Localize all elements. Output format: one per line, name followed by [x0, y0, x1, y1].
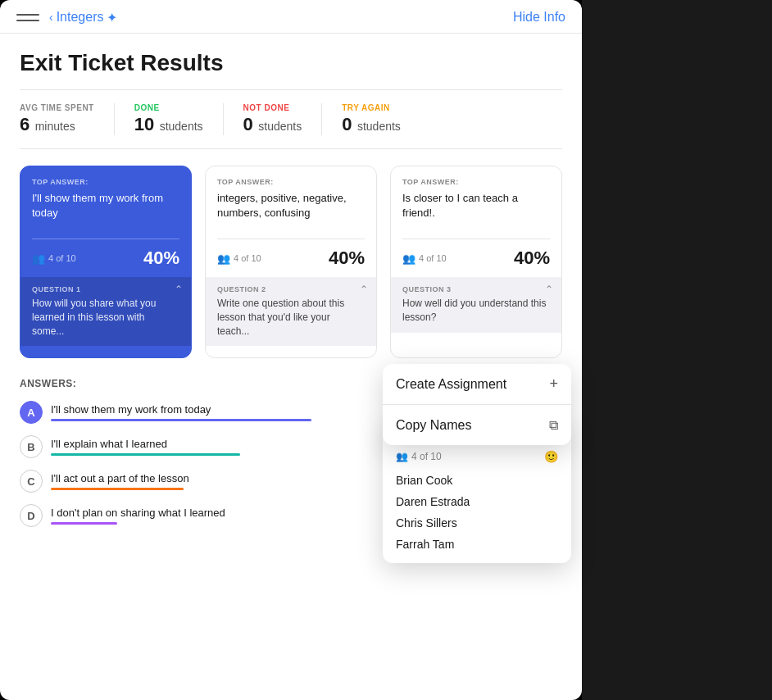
q-text-3: How well did you understand this lesson? [402, 297, 550, 325]
not-done-unit: students [258, 120, 302, 133]
stat-avg-time: AVG TIME SPENT 6 minutes [20, 103, 115, 135]
try-again-label: TRY AGAIN [342, 103, 401, 112]
student-name-1: Brian Cook [383, 470, 571, 491]
create-assignment-button[interactable]: Create Assignment [383, 364, 571, 404]
q-card-bottom-1: ⌃ QUESTION 1 How will you share what you… [20, 277, 191, 346]
q-text-1: How will you share what you learned in t… [32, 297, 179, 338]
q-card-top-2: TOP ANSWER: integers, positive, negative… [206, 166, 376, 239]
done-value: 10 [134, 114, 154, 134]
back-chevron-icon: ‹ [49, 11, 53, 24]
chevron-up-icon-3: ⌃ [545, 284, 553, 295]
people-icon-2: 👥 [217, 252, 230, 265]
divider-1 [20, 89, 562, 90]
people-icon-3: 👥 [402, 252, 416, 265]
try-again-value-row: 0 students [342, 114, 401, 135]
avg-time-value: 6 [20, 114, 30, 134]
page-title: Exit Ticket Results [20, 50, 562, 76]
top-answer-text-1: I'll show them my work from today [32, 191, 179, 230]
not-done-label: NOT DONE [243, 103, 302, 112]
students-count-left: 👥 4 of 10 [396, 451, 442, 462]
smile-icon: 🙂 [544, 450, 558, 463]
top-answer-text-3: Is closer to I can teach a friend!. [402, 191, 550, 230]
divider-2 [20, 148, 562, 149]
breadcrumb[interactable]: ‹ Integers ✦ [49, 10, 117, 25]
percent-3: 40% [514, 248, 550, 269]
q-card-stats-1: 👥 4 of 10 40% [20, 239, 191, 277]
stats-row: AVG TIME SPENT 6 minutes DONE 10 student… [20, 103, 562, 135]
student-name-3: Chris Sillers [383, 512, 571, 534]
question-cards: TOP ANSWER: I'll show them my work from … [20, 166, 562, 358]
popup-menu: Create Assignment Copy Names [383, 364, 571, 445]
try-again-unit: students [357, 120, 401, 133]
try-again-value: 0 [342, 114, 352, 134]
create-assignment-label: Create Assignment [396, 377, 506, 392]
q-number-2: QUESTION 2 [217, 285, 365, 293]
question-card-3[interactable]: TOP ANSWER: Is closer to I can teach a f… [390, 166, 562, 358]
done-value-row: 10 students [134, 114, 203, 135]
q-card-stats-3: 👥 4 of 10 40% [391, 239, 561, 277]
chevron-up-icon-2: ⌃ [360, 284, 368, 295]
answer-bar-c [51, 488, 184, 490]
q-card-top-1: TOP ANSWER: I'll show them my work from … [20, 166, 191, 239]
students-people-icon: 👥 [396, 451, 408, 462]
top-bar: ‹ Integers ✦ Hide Info [0, 0, 582, 34]
q-card-bottom-2: ⌃ QUESTION 2 Write one question about th… [206, 277, 376, 346]
dark-background [582, 0, 772, 700]
q-text-2: Write one question about this lesson tha… [217, 297, 365, 338]
sparkle-icon: ✦ [107, 10, 117, 25]
student-count-1: 👥 4 of 10 [32, 252, 76, 265]
avg-time-unit: minutes [35, 120, 75, 133]
q-card-bottom-3: ⌃ QUESTION 3 How well did you understand… [391, 277, 561, 333]
student-count-2: 👥 4 of 10 [217, 252, 261, 265]
done-unit: students [160, 120, 203, 133]
student-name-2: Daren Estrada [383, 491, 571, 512]
answer-letter-d: D [20, 504, 43, 527]
q-number-1: QUESTION 1 [32, 285, 179, 293]
answer-bar-b [51, 453, 240, 456]
done-label: DONE [134, 103, 203, 112]
percent-2: 40% [329, 248, 365, 269]
breadcrumb-title: Integers [57, 10, 104, 25]
not-done-value-row: 0 students [243, 114, 302, 135]
students-count: 4 of 10 [411, 451, 442, 462]
people-icon-1: 👥 [32, 252, 45, 265]
top-bar-left: ‹ Integers ✦ [16, 8, 117, 26]
answer-bar-a [51, 419, 311, 421]
main-panel: ‹ Integers ✦ Hide Info Exit Ticket Resul… [0, 0, 582, 700]
q-number-3: QUESTION 3 [402, 285, 550, 293]
answer-letter-c: C [20, 470, 43, 493]
sidebar-toggle-button[interactable] [16, 8, 39, 26]
top-answer-label-2: TOP ANSWER: [217, 178, 365, 186]
q-card-stats-2: 👥 4 of 10 40% [206, 239, 376, 277]
stat-not-done: NOT DONE 0 students [243, 103, 323, 135]
students-count-row: 👥 4 of 10 🙂 [383, 447, 571, 470]
answer-letter-a: A [20, 401, 43, 424]
percent-1: 40% [143, 248, 179, 269]
students-panel: STUDENTS: 👥 4 of 10 🙂 Brian Cook Daren E… [383, 425, 571, 563]
student-count-3: 👥 4 of 10 [402, 252, 447, 265]
top-answer-label-1: TOP ANSWER: [32, 178, 179, 186]
q-card-top-3: TOP ANSWER: Is closer to I can teach a f… [391, 166, 561, 239]
question-card-1[interactable]: TOP ANSWER: I'll show them my work from … [20, 166, 192, 358]
stat-done: DONE 10 students [134, 103, 224, 135]
balloon-pointer-1 [100, 346, 111, 357]
stat-try-again: TRY AGAIN 0 students [342, 103, 420, 135]
copy-names-button[interactable]: Copy Names [383, 405, 571, 445]
chevron-up-icon-1: ⌃ [175, 284, 183, 295]
avg-time-value-row: 6 minutes [20, 114, 94, 135]
not-done-value: 0 [243, 114, 253, 134]
avg-time-label: AVG TIME SPENT [20, 103, 94, 112]
top-answer-text-2: integers, positive, negative, numbers, c… [217, 191, 365, 230]
copy-names-label: Copy Names [396, 418, 471, 433]
top-answer-label-3: TOP ANSWER: [402, 178, 550, 186]
copy-icon [549, 416, 558, 434]
plus-icon [549, 375, 558, 393]
answer-bar-d [51, 522, 117, 525]
question-card-2[interactable]: TOP ANSWER: integers, positive, negative… [205, 166, 377, 358]
hide-info-button[interactable]: Hide Info [513, 10, 565, 25]
answer-letter-b: B [20, 435, 43, 458]
student-name-4: Farrah Tam [383, 534, 571, 555]
